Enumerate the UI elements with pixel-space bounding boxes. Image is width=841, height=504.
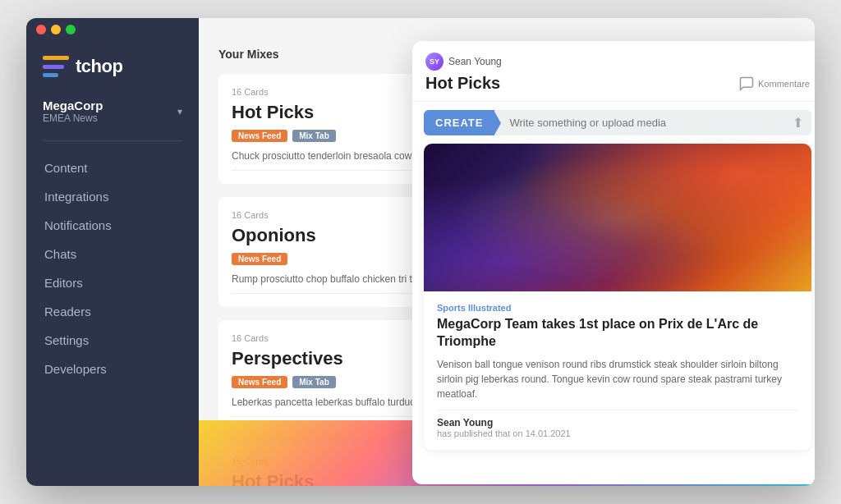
overlay-username: Sean Young <box>448 56 502 67</box>
logo-area: tchop <box>26 48 199 94</box>
article-author-row: Sean Young has published that on 14.01.2… <box>437 410 798 438</box>
overlay-panel: SY Sean Young Hot Picks Kommentare CREAT… <box>412 41 815 484</box>
sidebar-nav: ContentIntegrationsNotificationsChatsEdi… <box>26 154 199 383</box>
sidebar-item-editors[interactable]: Editors <box>36 269 189 296</box>
workspace-info: MegaCorp EMEA News <box>43 99 103 124</box>
sidebar-item-developers[interactable]: Developers <box>36 355 189 383</box>
overlay-title: Hot Picks <box>425 74 500 93</box>
article-image <box>424 144 811 291</box>
sidebar-divider <box>43 140 182 141</box>
upload-icon[interactable]: ⬆ <box>784 115 811 131</box>
create-bar: CREATE ⬆ <box>424 110 811 135</box>
sidebar-item-chats[interactable]: Chats <box>36 241 189 268</box>
overlay-title-row: Hot Picks Kommentare <box>425 74 810 93</box>
logo-line-3 <box>43 73 58 77</box>
article-body: Sports Illustrated MegaCorp Team takes 1… <box>424 291 811 450</box>
article-card: Sports Illustrated MegaCorp Team takes 1… <box>424 144 811 450</box>
sidebar-item-notifications[interactable]: Notifications <box>36 212 189 239</box>
comment-label: Kommentare <box>758 79 810 89</box>
titlebar <box>26 18 815 41</box>
avatar: SY <box>425 53 443 71</box>
tag-newsfeed: News Feed <box>232 130 287 142</box>
logo-icon <box>43 56 69 77</box>
comment-button[interactable]: Kommentare <box>738 76 810 92</box>
article-excerpt: Venison ball tongue venison round ribs d… <box>437 357 798 401</box>
create-button[interactable]: CREATE <box>424 110 494 135</box>
create-input[interactable] <box>494 110 784 135</box>
article-author-meta: has published that on 14.01.2021 <box>437 428 798 438</box>
article-headline: MegaCorp Team takes 1st place on Prix de… <box>437 316 798 351</box>
dot-close[interactable] <box>36 25 46 34</box>
article-author-name: Sean Young <box>437 417 798 428</box>
workspace-sub: EMEA News <box>43 112 103 124</box>
overlay-user-row: SY Sean Young <box>425 53 810 71</box>
tag-mixtab: Mix Tab <box>292 130 335 142</box>
app-window: tchop MegaCorp EMEA News ▾ ContentIntegr… <box>26 18 815 486</box>
tag-newsfeed: News Feed <box>232 253 287 265</box>
comment-icon <box>738 76 755 92</box>
article-source: Sports Illustrated <box>437 303 798 313</box>
chevron-down-icon: ▾ <box>177 106 182 117</box>
tag-mixtab: Mix Tab <box>292 376 335 388</box>
overlay-header: SY Sean Young Hot Picks Kommentare <box>412 41 815 102</box>
sidebar-item-content[interactable]: Content <box>36 154 189 181</box>
sidebar: tchop MegaCorp EMEA News ▾ ContentIntegr… <box>26 18 199 486</box>
dot-minimize[interactable] <box>51 25 61 34</box>
workspace-name: MegaCorp <box>43 99 103 112</box>
tag-newsfeed: News Feed <box>232 376 287 388</box>
logo-text: tchop <box>76 56 122 77</box>
dot-fullscreen[interactable] <box>66 25 76 34</box>
sidebar-item-settings[interactable]: Settings <box>36 327 189 354</box>
workspace-selector[interactable]: MegaCorp EMEA News ▾ <box>26 94 199 137</box>
logo-line-1 <box>43 56 69 60</box>
sidebar-item-readers[interactable]: Readers <box>36 298 189 325</box>
horses-visual <box>424 144 811 291</box>
logo-line-2 <box>43 65 64 69</box>
sidebar-item-integrations[interactable]: Integrations <box>36 183 189 210</box>
